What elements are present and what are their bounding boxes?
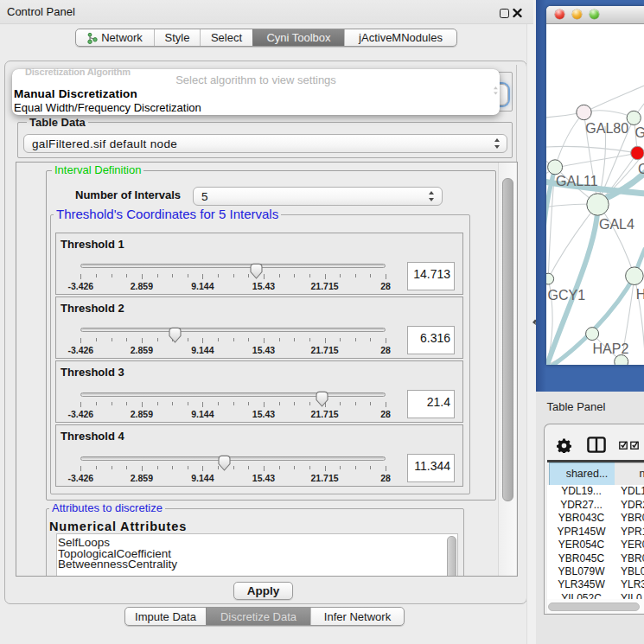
table-row[interactable]: YPR145WYPR1	[547, 526, 644, 539]
slider-tick-label: -3.426	[67, 473, 93, 483]
network-canvas[interactable]: GAL80GACGAL11GAL4GCY1HHAP2	[546, 24, 644, 365]
threshold-value-field[interactable]: 11.344	[407, 454, 455, 482]
slider-track[interactable]	[80, 328, 386, 332]
cell-name[interactable]: YLR3	[621, 578, 644, 592]
network-node-gal4[interactable]	[586, 194, 608, 215]
checkbox-checked-icon[interactable]	[619, 441, 628, 450]
network-node-label: GAL80	[585, 121, 628, 136]
network-edge-thick[interactable]	[547, 208, 598, 365]
apply-button[interactable]: Apply	[233, 582, 293, 600]
network-window-titlebar[interactable]	[546, 6, 644, 25]
tab-discretize-data[interactable]: Discretize Data	[206, 608, 310, 625]
slider-minor-tick	[309, 338, 310, 341]
network-node-gal11[interactable]	[547, 160, 562, 175]
checkbox-checked-icon[interactable]	[630, 441, 640, 450]
cell-shared-name[interactable]: YPR145W	[549, 526, 615, 539]
cell-shared-name[interactable]: YDR27...	[549, 499, 615, 513]
network-node-red[interactable]	[630, 146, 643, 159]
cell-name[interactable]: YBL0	[621, 565, 644, 579]
cell-shared-name[interactable]: YER054C	[549, 539, 615, 552]
cell-shared-name[interactable]: YLR345W	[549, 578, 615, 592]
slider-tick-label: 28	[380, 345, 391, 355]
slider-thumb[interactable]	[217, 455, 232, 471]
slider-tick-label: 21.715	[310, 473, 338, 483]
network-node-label: GA	[634, 125, 644, 140]
column-header-shared-name[interactable]: shared...	[549, 462, 615, 486]
zoom-traffic-light-icon[interactable]	[590, 10, 599, 19]
tab-select[interactable]: Select	[200, 29, 252, 46]
tab-infer-network[interactable]: Infer Network	[310, 608, 404, 625]
network-edge[interactable]	[555, 112, 583, 167]
threshold-value-field[interactable]: 14.713	[407, 262, 455, 290]
slider-major-tick	[202, 466, 203, 471]
tab-cyni-toolbox[interactable]: Cyni Toolbox	[252, 29, 344, 46]
slider-track[interactable]	[80, 264, 386, 268]
numerical-attributes-label: Numerical Attributes	[49, 520, 187, 533]
cell-shared-name[interactable]: YBR045C	[549, 552, 615, 566]
slider-track[interactable]	[80, 392, 386, 397]
tab-impute-data[interactable]: Impute Data	[125, 608, 206, 625]
cell-shared-name[interactable]: YBL079W	[549, 565, 615, 579]
slider-thumb[interactable]	[249, 263, 264, 279]
gear-icon[interactable]	[557, 438, 571, 453]
cell-name[interactable]: YDL1	[621, 485, 644, 499]
vertical-scrollbar[interactable]	[498, 163, 516, 576]
slider-minor-tick	[188, 402, 188, 405]
close-traffic-light-icon[interactable]	[555, 10, 564, 19]
tab-jactivemnodules[interactable]: jActiveMNodules	[344, 29, 456, 46]
cell-name[interactable]: YBR0	[621, 552, 644, 566]
popup-item-equal-width[interactable]: Equal Width/Frequency Discretization	[14, 101, 201, 114]
number-of-intervals-value: 5	[194, 190, 208, 203]
threshold-value-field[interactable]: 21.4	[407, 390, 455, 418]
slider-major-tick	[325, 466, 326, 471]
network-node-gcy1[interactable]	[546, 273, 554, 284]
slider-tick-label: 9.144	[191, 473, 214, 483]
slider-tick-label: 28	[380, 473, 391, 483]
tab-style[interactable]: Style	[154, 29, 200, 46]
vertical-scrollbar-thumb[interactable]	[502, 178, 513, 501]
network-node-hap2[interactable]	[585, 328, 598, 341]
cell-shared-name[interactable]: YDL19...	[549, 485, 615, 499]
slider-thumb[interactable]	[315, 391, 329, 407]
table-row[interactable]: YLR345WYLR3	[547, 578, 644, 592]
table-horizontal-scrollbar-thumb[interactable]	[548, 603, 640, 611]
number-of-intervals-combobox[interactable]: 5	[193, 187, 443, 206]
list-item[interactable]: BetweennessCentrality	[57, 559, 457, 571]
table-row[interactable]: YBR045CYBR0	[547, 552, 644, 566]
slider-track[interactable]	[80, 456, 386, 461]
network-node-galR[interactable]	[627, 111, 641, 124]
cell-name[interactable]: YBR0	[621, 512, 644, 526]
cell-name[interactable]: YER0	[621, 539, 644, 552]
float-window-icon[interactable]	[500, 9, 509, 18]
cell-name[interactable]: YPR1	[621, 526, 644, 539]
slider-minor-tick	[218, 402, 219, 405]
slider-thumb[interactable]	[168, 327, 182, 343]
tab-network[interactable]: Network	[76, 29, 154, 46]
network-node-label: C	[638, 162, 644, 176]
network-edge[interactable]	[597, 204, 634, 276]
numerical-attributes-list[interactable]: SelfLoops TopologicalCoefficient Between…	[56, 533, 458, 577]
cell-shared-name[interactable]: YBR043C	[549, 512, 615, 526]
table-row[interactable]: YDR27...YDR2	[547, 499, 644, 513]
table-row[interactable]: YBL079WYBL0	[547, 565, 644, 579]
table-data-combobox[interactable]: galFiltered.sif default node	[23, 134, 507, 153]
threshold-value-field[interactable]: 6.316	[407, 326, 455, 354]
tab-style-label: Style	[165, 31, 190, 44]
network-node-pink[interactable]	[576, 105, 590, 119]
table-row[interactable]: YER054CYER0	[547, 539, 644, 552]
popup-item-manual-discretization[interactable]: Manual Discretization	[14, 87, 137, 100]
slider-tick-label: 28	[380, 409, 391, 419]
network-edge[interactable]	[562, 153, 637, 167]
minimize-traffic-light-icon[interactable]	[572, 10, 582, 19]
tab-jactivemnodules-label: jActiveMNodules	[359, 31, 443, 44]
network-node-h[interactable]	[625, 267, 643, 285]
column-header-name[interactable]: na	[615, 462, 644, 486]
close-icon[interactable]	[513, 8, 522, 18]
cell-name[interactable]: YDR2	[621, 499, 644, 513]
table-horizontal-scrollbar[interactable]	[547, 599, 644, 613]
split-table-icon[interactable]	[587, 437, 606, 453]
table-row[interactable]: YBR043CYBR0	[547, 512, 644, 526]
list-scrollbar[interactable]	[447, 536, 456, 577]
network-edge[interactable]	[583, 84, 644, 112]
table-row[interactable]: YDL19...YDL1	[547, 485, 644, 499]
